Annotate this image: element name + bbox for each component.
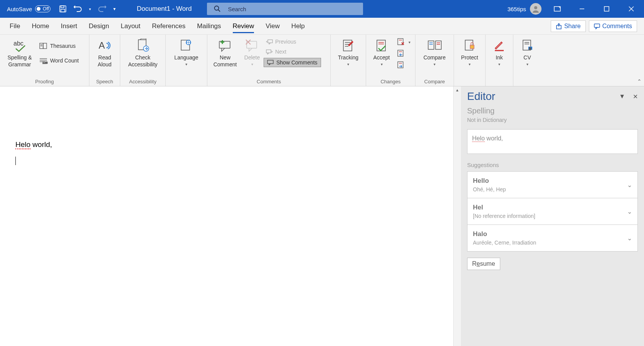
chevron-down-icon: ▾ (469, 62, 471, 67)
undo-button[interactable] (74, 5, 82, 13)
new-comment-button[interactable]: New Comment (210, 36, 240, 69)
group-accessibility: Check Accessibility Accessibility (120, 35, 166, 86)
ribbon-display-icon[interactable] (548, 0, 566, 18)
ink-button[interactable]: Ink ▾ (490, 36, 509, 68)
protect-button[interactable]: Protect ▾ (457, 36, 482, 68)
autosave-label: AutoSave (7, 6, 32, 12)
document-text: world, (30, 140, 52, 149)
suggestions-label: Suggestions (467, 162, 638, 168)
tab-review[interactable]: Review (227, 18, 260, 35)
title-bar: AutoSave Off ▾ ▾ Document1 - Word Search… (0, 0, 644, 18)
chevron-down-icon: ▾ (434, 62, 435, 67)
autosave-control[interactable]: AutoSave Off (7, 5, 50, 12)
svg-rect-34 (266, 50, 271, 53)
language-button[interactable]: Language ▾ (170, 36, 202, 68)
delete-comment-icon (245, 38, 259, 53)
context-error-word: Helo (472, 135, 485, 142)
suggestion-item[interactable]: Halo Auréole, Cerne, Irradiation ⌄ (467, 225, 638, 251)
check-accessibility-button[interactable]: Check Accessibility (124, 36, 161, 69)
suggestion-item[interactable]: Hel [No reference information] ⌄ (467, 198, 638, 225)
resume-button[interactable]: Resume (467, 258, 500, 270)
cv-label: CV (523, 54, 531, 61)
delete-comment-button[interactable]: Delete ▾ (240, 36, 264, 68)
group-label-speech: Speech (89, 79, 120, 86)
autosave-toggle[interactable]: Off (35, 5, 50, 12)
suggestion-item[interactable]: Hello Ohé, Hé, Hep ⌄ (467, 171, 638, 198)
read-aloud-button[interactable]: A Read Aloud (94, 36, 116, 69)
chevron-down-icon[interactable]: ⌄ (627, 208, 632, 215)
compare-button[interactable]: Compare ▾ (420, 36, 450, 68)
svg-rect-2 (61, 9, 65, 12)
svg-rect-33 (268, 40, 272, 43)
next-change-button[interactable] (395, 60, 413, 69)
share-button[interactable]: Share (551, 20, 586, 32)
tab-help[interactable]: Help (286, 18, 311, 35)
cursor-position (15, 157, 453, 167)
maximize-button[interactable] (598, 0, 615, 18)
ink-icon (494, 38, 505, 53)
vertical-scrollbar[interactable]: ▲ (453, 86, 461, 346)
group-label-changes: Changes (366, 79, 415, 86)
svg-point-5 (534, 6, 537, 9)
undo-dropdown[interactable]: ▾ (89, 7, 91, 11)
check-accessibility-label: Check Accessibility (128, 54, 157, 68)
tracking-icon (341, 38, 355, 53)
cv-button[interactable]: in CV ▾ (518, 36, 537, 68)
previous-change-button[interactable] (395, 49, 413, 58)
editor-section: Spelling (467, 106, 638, 115)
group-changes: Accept ▾ ▾ Changes (366, 35, 415, 86)
close-button[interactable] (622, 0, 640, 18)
tab-file[interactable]: File (4, 18, 26, 35)
pane-close-icon[interactable]: ✕ (633, 93, 638, 100)
chevron-down-icon: ▾ (251, 62, 253, 67)
avatar-icon (530, 3, 541, 15)
group-protect: Protect ▾ (454, 35, 486, 86)
group-ink: Ink ▾ (486, 35, 513, 86)
resume-label: Resume (472, 260, 495, 267)
save-icon[interactable] (59, 5, 67, 13)
compare-label: Compare (424, 54, 446, 61)
thesaurus-button[interactable]: Thesaurus (37, 42, 81, 50)
accept-label: Accept (373, 54, 390, 61)
minimize-button[interactable] (573, 0, 591, 18)
suggestion-word: Hello (473, 177, 627, 185)
scroll-up-icon[interactable]: ▲ (454, 86, 461, 94)
search-box[interactable]: Search (207, 3, 363, 15)
accessibility-icon (136, 38, 150, 53)
misspelled-word[interactable]: Helo (15, 140, 30, 149)
next-label: Next (275, 49, 286, 55)
reject-button[interactable]: ▾ (395, 37, 413, 46)
svg-rect-51 (428, 41, 434, 49)
chevron-down-icon[interactable]: ⌄ (627, 181, 632, 189)
pane-options-icon[interactable]: ▼ (619, 93, 625, 100)
word-count-button[interactable]: 123 Word Count (37, 56, 81, 65)
spelling-grammar-button[interactable]: abc Spelling & Grammar (2, 36, 37, 69)
tab-home[interactable]: Home (26, 18, 55, 35)
username: 365tips (508, 6, 526, 12)
previous-comment-button[interactable]: Previous (264, 38, 321, 46)
protect-label: Protect (461, 54, 478, 61)
document-canvas[interactable]: Helo world, (0, 86, 453, 346)
tracking-button[interactable]: Tracking ▾ (334, 36, 362, 68)
previous-label: Previous (275, 39, 296, 45)
tab-mailings[interactable]: Mailings (191, 18, 227, 35)
redo-button[interactable] (98, 5, 106, 13)
next-comment-button[interactable]: Next (264, 48, 321, 56)
tab-design[interactable]: Design (83, 18, 115, 35)
comments-button[interactable]: Comments (589, 20, 637, 32)
qat-customize[interactable]: ▾ (113, 6, 116, 12)
group-comments: New Comment Delete ▾ Previous Next (207, 35, 331, 86)
tab-references[interactable]: References (146, 18, 191, 35)
show-comments-button[interactable]: Show Comments (264, 58, 321, 67)
spelling-label: Spelling & Grammar (7, 54, 32, 68)
tracking-label: Tracking (338, 54, 358, 61)
accept-button[interactable]: Accept ▾ (368, 36, 395, 68)
group-tracking: Tracking ▾ (331, 35, 366, 86)
collapse-ribbon-icon[interactable]: ⌃ (637, 78, 642, 84)
user-account[interactable]: 365tips (508, 3, 541, 15)
chevron-down-icon[interactable]: ⌄ (627, 235, 632, 242)
tab-insert[interactable]: Insert (55, 18, 83, 35)
tab-view[interactable]: View (260, 18, 286, 35)
tab-layout[interactable]: Layout (115, 18, 146, 35)
svg-text:A: A (99, 40, 105, 51)
